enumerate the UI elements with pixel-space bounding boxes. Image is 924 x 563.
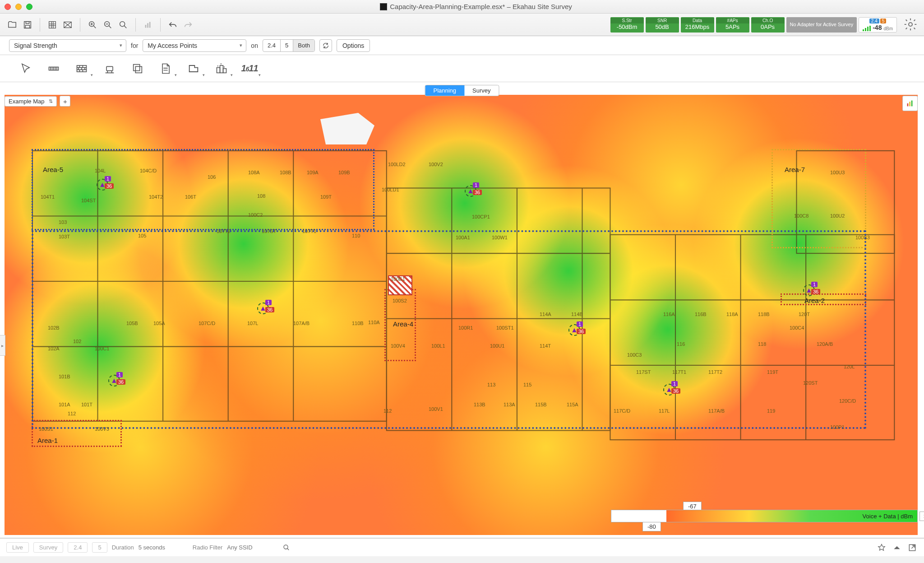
- svg-rect-16: [135, 66, 142, 73]
- room-label: 103T: [59, 234, 70, 239]
- legend-marker-gte0[interactable]: >= 0: [919, 512, 924, 521]
- map-dropdown[interactable]: Example Map: [5, 96, 57, 107]
- band-5: 5: [880, 19, 887, 23]
- channel-tool-icon[interactable]: 1611: [242, 61, 257, 76]
- title-text: Capacity-Area-Planning-Example.esx* – Ek…: [390, 3, 572, 10]
- ap-marker[interactable]: ▲136: [257, 302, 269, 314]
- ap-select[interactable]: My Access Points: [143, 39, 246, 52]
- room-label: 106T: [185, 194, 196, 200]
- room-label: 105B: [126, 321, 138, 326]
- radio-filter-label: Radio Filter: [193, 544, 222, 551]
- room-label: 116B: [695, 312, 707, 317]
- notes-tool-icon[interactable]: [158, 61, 173, 76]
- room-label: 114A: [540, 312, 551, 317]
- room-label: 113: [487, 382, 495, 387]
- room-label: 100L1: [431, 343, 445, 349]
- area-label-7: Area-7: [783, 165, 806, 174]
- room-label: 108B: [280, 170, 291, 175]
- room-label: 117L: [659, 408, 670, 414]
- ssid-input[interactable]: [227, 544, 277, 551]
- label-for: for: [131, 42, 138, 49]
- badge-sstr: S.Str-50dBm: [610, 17, 644, 33]
- band-24-button[interactable]: 2.4: [263, 40, 280, 51]
- room-label: 114T: [540, 343, 551, 349]
- legend-marker-80[interactable]: -80: [642, 522, 661, 531]
- search-icon[interactable]: [281, 542, 292, 553]
- room-label: 105A: [153, 321, 165, 326]
- zoom-in-icon[interactable]: [87, 19, 98, 31]
- room-label: 100U2: [830, 213, 845, 219]
- room-label: 113A: [504, 402, 515, 407]
- legend-toggle-button[interactable]: [902, 96, 918, 111]
- map-selector: Example Map +: [5, 96, 70, 107]
- copy-tool-icon[interactable]: [130, 61, 145, 76]
- options-button[interactable]: Options: [337, 39, 370, 52]
- redo-icon[interactable]: [182, 19, 194, 31]
- badge-snr: SNR50dB: [646, 17, 679, 33]
- svg-rect-19: [223, 69, 226, 73]
- room-label: 101B: [59, 374, 70, 379]
- add-map-button[interactable]: +: [60, 96, 70, 107]
- minimize-window[interactable]: [15, 4, 22, 10]
- zoom-out-icon[interactable]: [102, 19, 114, 31]
- settings-gear-icon[interactable]: [903, 17, 918, 32]
- svg-rect-17: [217, 67, 220, 73]
- sb-band-5[interactable]: 5: [92, 542, 107, 553]
- duration-input[interactable]: [139, 544, 188, 551]
- zoom-window[interactable]: [26, 4, 32, 10]
- sig-unit: dBm: [883, 26, 893, 31]
- save-icon[interactable]: [22, 19, 33, 31]
- open-icon[interactable]: [6, 19, 18, 31]
- grid1-icon[interactable]: [46, 19, 58, 31]
- popout-icon[interactable]: [907, 542, 918, 553]
- band-5-button[interactable]: 5: [280, 40, 293, 51]
- sb-band-24[interactable]: 2.4: [68, 542, 88, 553]
- svg-rect-22: [911, 101, 913, 107]
- ap-marker[interactable]: ▲136: [465, 185, 476, 197]
- floorplan-layer: [5, 95, 918, 535]
- ap-marker[interactable]: ▲136: [803, 284, 815, 296]
- building-tool-icon[interactable]: [214, 61, 229, 76]
- status-badges: S.Str-50dBm SNR50dB Data216Mbps #APs5APs…: [610, 17, 918, 33]
- survey-button[interactable]: Survey: [33, 542, 63, 553]
- close-window[interactable]: [5, 4, 11, 10]
- room-label: 115A: [567, 402, 578, 407]
- svg-point-11: [909, 23, 912, 26]
- signal-indicator: 2.4 5 -48 dBm: [859, 17, 897, 33]
- chart-icon[interactable]: [142, 19, 154, 31]
- ap-marker[interactable]: ▲136: [97, 179, 108, 191]
- live-button[interactable]: Live: [6, 542, 29, 553]
- band-both-button[interactable]: Both: [293, 40, 314, 51]
- pointer-tool-icon[interactable]: [18, 61, 33, 76]
- heatmap-canvas[interactable]: Area-5 Area-1 Area-7 Area-2 Area-4 ▲136 …: [5, 95, 918, 535]
- ap-marker[interactable]: ▲136: [108, 375, 120, 386]
- room-label: 100C3: [627, 352, 642, 358]
- area-tool-icon[interactable]: [186, 61, 201, 76]
- room-label: 118: [758, 341, 766, 347]
- color-legend[interactable]: -67 Voice + Data | dBm -80 >= 0: [611, 510, 918, 522]
- room-label: 119T: [767, 369, 778, 375]
- undo-icon[interactable]: [167, 19, 179, 31]
- scale-tool-icon[interactable]: [46, 61, 61, 76]
- grid2-icon[interactable]: [62, 19, 74, 31]
- area-label-4: Area-4: [392, 320, 415, 328]
- refresh-button[interactable]: [319, 39, 332, 52]
- ap-marker[interactable]: ▲136: [663, 384, 675, 395]
- zoom-fit-icon[interactable]: [117, 19, 129, 31]
- room-label: 118B: [758, 312, 770, 317]
- tab-planning[interactable]: Planning: [425, 85, 464, 96]
- wall-tool-icon[interactable]: [74, 61, 89, 76]
- star-icon[interactable]: [876, 542, 887, 553]
- room-label: 110A: [368, 320, 380, 325]
- svg-rect-18: [220, 65, 223, 73]
- metric-select[interactable]: Signal Strength: [9, 39, 126, 52]
- ap-marker[interactable]: ▲136: [568, 324, 580, 336]
- tab-survey[interactable]: Survey: [464, 85, 499, 96]
- svg-rect-26: [796, 151, 894, 253]
- ap-tool-icon[interactable]: [102, 61, 117, 76]
- room-label: 100ST1: [496, 325, 514, 330]
- band-group: 2.4 5 Both: [263, 39, 315, 52]
- collapse-up-icon[interactable]: [892, 542, 902, 553]
- sidebar-expand-handle[interactable]: ▸: [0, 335, 5, 356]
- svg-rect-3: [49, 21, 56, 28]
